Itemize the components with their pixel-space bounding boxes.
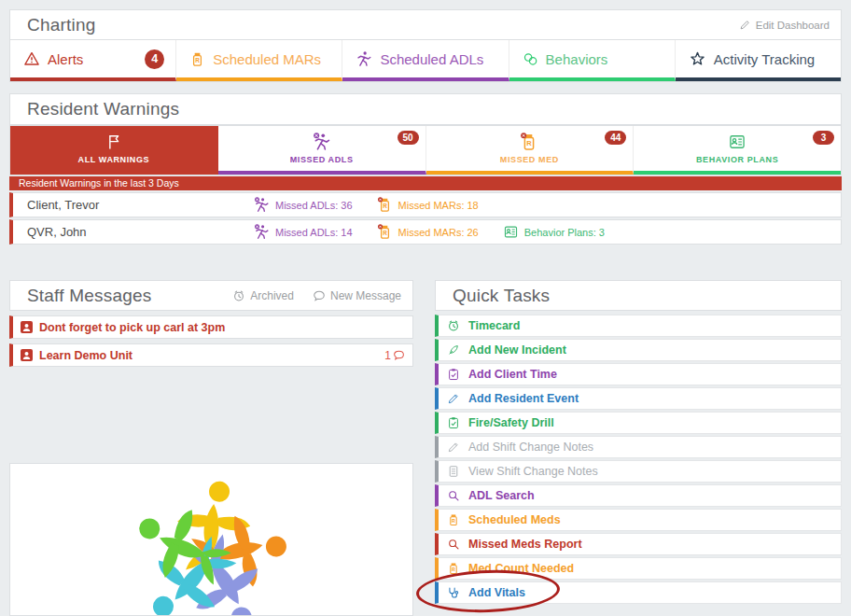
svg-text:R: R (452, 567, 455, 572)
person-missed-icon (254, 197, 270, 213)
quick-task-missed-meds-report[interactable]: Missed Meds Report (435, 533, 842, 555)
feather-icon (447, 343, 460, 357)
alarm-clock-icon (447, 319, 460, 332)
pencil-icon (447, 441, 460, 454)
resident-warning-row[interactable]: QVR, John Missed ADLs: 14 R Missed MARs:… (9, 219, 842, 245)
person-missed-icon (254, 224, 270, 240)
resident-name: QVR, John (13, 225, 254, 239)
page-title: Charting (27, 15, 95, 35)
behavior-card-icon (728, 133, 746, 151)
edit-dashboard-button[interactable]: Edit Dashboard (739, 19, 830, 31)
star-icon (689, 50, 706, 68)
resident-warnings-header: Resident Warnings (9, 93, 842, 125)
stethoscope-icon (447, 586, 460, 599)
pill-bottle-missed-icon: R (377, 224, 393, 240)
quick-task-fire-safety-drill[interactable]: Fire/Safety Drill (435, 412, 842, 434)
quick-task-add-vitals[interactable]: Add Vitals (435, 581, 842, 604)
quick-task-view-shift-change-notes[interactable]: View Shift Change Notes (435, 460, 842, 483)
tab-scheduled-adls[interactable]: Scheduled ADLs (342, 40, 509, 81)
svg-text:R: R (527, 139, 533, 147)
missed-med-count-badge: 44 (605, 131, 626, 145)
resident-name: Client, Trevor (13, 198, 254, 212)
reply-count: 1 (384, 349, 412, 362)
speech-bubble-icon (393, 349, 405, 361)
tab-missed-med[interactable]: R MISSED MED 44 (426, 126, 635, 175)
missed-adls-stat: Missed ADLs: 36 (254, 197, 353, 213)
tab-activity-tracking[interactable]: Activity Tracking (676, 40, 841, 81)
tab-scheduled-mars[interactable]: R Scheduled MARs (176, 40, 342, 81)
missed-mars-stat: R Missed MARs: 26 (377, 224, 479, 240)
archived-button[interactable]: Archived (232, 289, 294, 302)
user-avatar-icon (21, 349, 33, 361)
quick-task-scheduled-meds[interactable]: R Scheduled Meds (435, 509, 842, 531)
alerts-count-badge: 4 (145, 49, 164, 69)
quick-tasks-header: Quick Tasks (435, 280, 842, 311)
flag-icon (105, 133, 123, 151)
resident-warnings-title: Resident Warnings (27, 99, 179, 119)
svg-text:R: R (383, 230, 387, 236)
person-missed-icon (313, 133, 331, 151)
tab-all-warnings[interactable]: ALL WARNINGS (10, 126, 218, 175)
pill-bottle-icon: R (447, 513, 460, 526)
tab-behaviors[interactable]: Behaviors (509, 40, 676, 81)
smiley-faces-icon (523, 51, 538, 67)
quick-task-adl-search[interactable]: ADL Search (435, 484, 842, 507)
missed-mars-stat: R Missed MARs: 18 (377, 197, 479, 213)
message-text: Learn Demo Unit (39, 349, 133, 362)
tab-behavior-plans[interactable]: BEHAVIOR PLANS 3 (634, 126, 841, 175)
tab-missed-adls[interactable]: MISSED ADLS 50 (218, 126, 426, 175)
staff-messages-title: Staff Messages (27, 286, 151, 306)
pencil-icon (739, 19, 751, 31)
quick-task-add-resident-event[interactable]: Add Resident Event (435, 387, 842, 410)
user-avatar-icon (21, 321, 33, 333)
main-tab-bar: Alerts 4 R Scheduled MARs Scheduled ADLs… (9, 39, 842, 82)
message-text: Dont forget to pick up carl at 3pm (39, 321, 225, 334)
quick-task-timecard[interactable]: Timecard (435, 315, 842, 337)
quick-task-add-client-time[interactable]: Add Client Time (435, 363, 842, 385)
resident-warnings-tab-bar: ALL WARNINGS MISSED ADLS 50 R MISSED MED… (9, 125, 842, 175)
pill-bottle-icon: R (447, 562, 460, 575)
community-logo (103, 463, 317, 616)
person-activity-icon (356, 50, 372, 67)
quick-task-med-count-needed[interactable]: R Med Count Needed (435, 557, 842, 580)
missed-adls-count-badge: 50 (398, 131, 419, 145)
pill-bottle-missed-icon: R (377, 197, 393, 213)
behavior-plans-count-badge: 3 (813, 131, 834, 145)
quick-task-add-shift-change-notes[interactable]: Add Shift Change Notes (435, 436, 842, 458)
staff-message-row[interactable]: Dont forget to pick up carl at 3pm (9, 315, 413, 339)
charting-header: Charting Edit Dashboard (9, 9, 842, 39)
quick-tasks-title: Quick Tasks (453, 286, 550, 306)
resident-warning-row[interactable]: Client, Trevor Missed ADLs: 36 R Missed … (9, 192, 842, 217)
clipboard-check-icon (447, 416, 460, 429)
behavior-card-icon (503, 224, 519, 240)
svg-text:R: R (195, 57, 200, 63)
magnifier-icon (447, 489, 460, 502)
warning-triangle-icon (23, 50, 40, 67)
new-message-button[interactable]: New Message (313, 289, 401, 302)
tab-alerts[interactable]: Alerts 4 (10, 40, 176, 81)
warnings-banner: Resident Warnings in the last 3 Days (9, 176, 842, 190)
svg-text:R: R (452, 518, 455, 524)
missed-adls-stat: Missed ADLs: 14 (254, 224, 353, 240)
magnifier-icon (447, 538, 460, 551)
pill-bottle-missed-icon: R (520, 133, 538, 151)
speech-bubble-icon (313, 289, 326, 302)
staff-message-row[interactable]: Learn Demo Unit 1 (9, 343, 413, 367)
quick-task-add-new-incident[interactable]: Add New Incident (435, 339, 842, 361)
alarm-clock-icon (232, 289, 245, 302)
svg-text:R: R (383, 203, 387, 209)
staff-messages-header: Staff Messages Archived New Message (9, 280, 413, 311)
behavior-plans-stat: Behavior Plans: 3 (503, 224, 605, 240)
pencil-icon (447, 392, 460, 405)
pill-bottle-icon: R (189, 51, 205, 67)
clipboard-check-icon (447, 368, 460, 381)
logo-card (9, 463, 413, 616)
document-icon (447, 465, 460, 478)
